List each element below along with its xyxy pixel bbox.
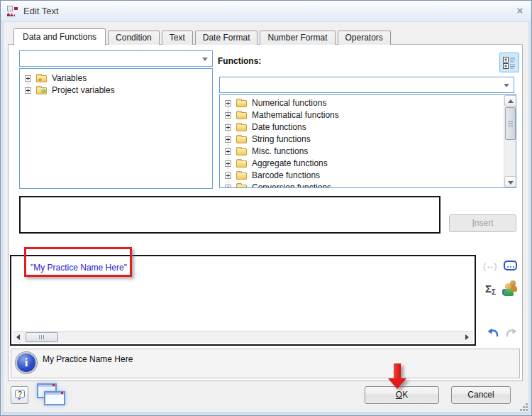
variables-filter-combo[interactable]: [19, 50, 213, 67]
word-wrap-icon[interactable]: (↔): [483, 261, 497, 271]
functions-label: Functions:: [218, 56, 261, 66]
functions-scrollbar[interactable]: [504, 95, 516, 187]
tree-item-project-variables[interactable]: Project variables: [20, 84, 212, 97]
tree-item-function-category[interactable]: Conversion functions: [220, 182, 516, 188]
scroll-up-button[interactable]: [504, 95, 516, 106]
undo-icon[interactable]: [486, 326, 500, 339]
tab-text[interactable]: Text: [162, 31, 193, 45]
tree-item-function-category[interactable]: Misc. functions: [220, 146, 516, 158]
tree-item-variables[interactable]: Variables: [20, 72, 212, 84]
field-mode-icon[interactable]: [504, 261, 517, 270]
scroll-left-button[interactable]: [13, 332, 25, 343]
folder-icon: [236, 136, 247, 143]
edit-text-dialog: Edit Text × Data and Functions Condition…: [0, 0, 532, 416]
scroll-right-button[interactable]: [461, 332, 473, 343]
tab-data-and-functions[interactable]: Data and Functions: [13, 28, 106, 45]
folder-icon: [236, 112, 247, 119]
expand-plus-icon[interactable]: [25, 87, 31, 94]
variables-filter-value: [23, 53, 196, 65]
functions-filter-value: [223, 80, 498, 91]
scroll-down-button[interactable]: [504, 176, 516, 187]
expand-plus-icon[interactable]: [225, 173, 231, 179]
variables-people-icon[interactable]: [502, 280, 518, 297]
tree-item-function-category[interactable]: Aggregate functions: [220, 158, 516, 170]
help-icon: ?: [15, 390, 25, 398]
project-variables-folder-icon: [36, 87, 47, 94]
sum-functions-icon[interactable]: ΣΣ: [485, 283, 496, 296]
scrollbar-thumb[interactable]: [505, 107, 516, 140]
dialog-title: Edit Text: [23, 6, 59, 16]
functions-filter-combo[interactable]: [219, 77, 514, 93]
app-icon: [7, 6, 18, 17]
help-button[interactable]: ?: [11, 386, 28, 404]
scrollbar-thumb[interactable]: [26, 332, 58, 342]
tab-date-format[interactable]: Date Format: [195, 31, 258, 45]
cancel-button[interactable]: Cancel: [451, 386, 511, 404]
redo-icon[interactable]: [504, 326, 519, 339]
tree-item-function-category[interactable]: Numerical functions: [220, 97, 516, 109]
expand-plus-icon[interactable]: [25, 75, 31, 82]
tree-item-function-category[interactable]: Mathematical functions: [220, 109, 516, 121]
category-view-icon: [503, 56, 516, 69]
folder-icon: [236, 148, 247, 155]
preview-panel: i My Practice Name Here: [11, 349, 520, 378]
expand-plus-icon[interactable]: [225, 100, 231, 106]
chevron-down-icon[interactable]: [504, 84, 509, 87]
folder-icon: [236, 173, 247, 180]
functions-tree[interactable]: Numerical functions Mathematical functio…: [219, 94, 516, 188]
red-arrow-annotation: [387, 363, 407, 390]
copy-windows-icon[interactable]: [34, 382, 67, 409]
red-annotation-box: [24, 247, 132, 277]
triangle-right-icon: [465, 334, 469, 340]
tree-item-function-category[interactable]: String functions: [220, 133, 516, 146]
triangle-up-icon: [508, 99, 514, 103]
function-description-box: [19, 196, 440, 234]
category-view-toggle-button[interactable]: [499, 53, 519, 72]
tab-condition[interactable]: Condition: [108, 31, 160, 45]
expand-plus-icon[interactable]: [225, 160, 231, 167]
expand-plus-icon[interactable]: [225, 185, 231, 188]
tree-item-function-category[interactable]: Date functions: [220, 121, 516, 133]
tab-strip: Data and Functions Condition Text Date F…: [13, 28, 391, 45]
preview-text: My Practice Name Here: [43, 354, 133, 364]
folder-icon: [236, 100, 247, 107]
info-icon: i: [16, 352, 37, 373]
editor-hscrollbar[interactable]: [13, 331, 473, 343]
folder-icon: [236, 160, 247, 168]
tab-operators[interactable]: Operators: [338, 31, 391, 45]
folder-icon: [236, 185, 247, 188]
tab-number-format[interactable]: Number Format: [260, 31, 335, 45]
variables-folder-icon: [36, 75, 47, 82]
variables-tree[interactable]: Variables Project variables: [19, 68, 213, 189]
triangle-left-icon: [16, 334, 20, 340]
folder-icon: [236, 124, 247, 131]
expand-plus-icon[interactable]: [225, 148, 231, 155]
tree-item-function-category[interactable]: Barcode functions: [220, 170, 516, 182]
expand-plus-icon[interactable]: [225, 112, 231, 119]
expand-plus-icon[interactable]: [225, 124, 231, 131]
expand-plus-icon[interactable]: [225, 136, 231, 143]
chevron-down-icon[interactable]: [202, 58, 208, 61]
resize-grip[interactable]: [519, 403, 528, 412]
insert-button[interactable]: Insert: [449, 214, 516, 232]
triangle-down-icon: [508, 181, 514, 185]
title-bar[interactable]: Edit Text ×: [1, 1, 532, 22]
close-icon[interactable]: ×: [513, 4, 527, 17]
